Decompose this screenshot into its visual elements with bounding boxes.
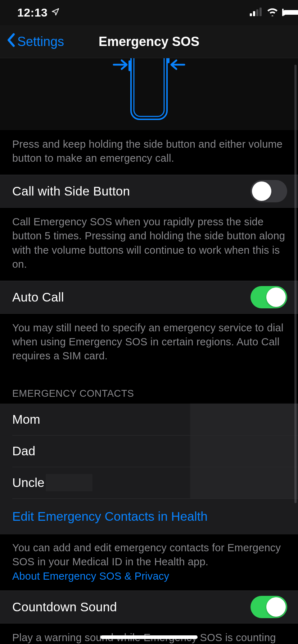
chevron-left-icon bbox=[6, 33, 16, 50]
wifi-icon bbox=[266, 8, 279, 18]
edit-contacts-label: Edit Emergency Contacts in Health bbox=[12, 509, 208, 524]
status-bar: 12:13 bbox=[0, 0, 298, 25]
svg-rect-6 bbox=[167, 58, 170, 63]
status-time: 12:13 bbox=[17, 6, 48, 19]
sos-illustration bbox=[0, 58, 298, 130]
redacted-phone bbox=[190, 467, 298, 498]
svg-rect-0 bbox=[250, 13, 252, 16]
auto-call-label: Auto Call bbox=[12, 290, 64, 304]
countdown-sound-cell: Countdown Sound bbox=[0, 590, 298, 624]
svg-rect-2 bbox=[256, 9, 258, 16]
call-with-side-button-footer: Call Emergency SOS when you rapidly pres… bbox=[0, 208, 298, 281]
contact-row[interactable]: Dad bbox=[0, 435, 298, 467]
intro-footer: Press and keep holding the side button a… bbox=[0, 130, 298, 175]
page-title: Emergency SOS bbox=[99, 34, 199, 49]
call-with-side-button-toggle[interactable] bbox=[250, 180, 287, 202]
countdown-sound-toggle[interactable] bbox=[250, 596, 287, 618]
svg-rect-1 bbox=[253, 11, 255, 16]
contact-name: Uncle bbox=[12, 475, 44, 490]
emergency-contacts-group: Mom Dad Uncle Edit Emergency Contacts in… bbox=[0, 404, 298, 534]
auto-call-toggle[interactable] bbox=[250, 286, 287, 308]
countdown-sound-label: Countdown Sound bbox=[12, 600, 117, 614]
redacted-phone bbox=[190, 404, 298, 435]
home-indicator[interactable] bbox=[100, 635, 198, 639]
edit-contacts-link[interactable]: Edit Emergency Contacts in Health bbox=[0, 498, 298, 534]
contact-row[interactable]: Mom bbox=[0, 404, 298, 435]
back-label: Settings bbox=[17, 34, 64, 49]
battery-icon bbox=[282, 9, 284, 16]
scroll-indicator[interactable] bbox=[294, 65, 297, 503]
call-with-side-button-cell: Call with Side Button bbox=[0, 175, 298, 208]
svg-rect-8 bbox=[128, 60, 131, 71]
auto-call-cell: Auto Call bbox=[0, 281, 298, 314]
contact-name: Dad bbox=[12, 444, 35, 458]
contact-name: Mom bbox=[12, 412, 40, 427]
emergency-contacts-header: EMERGENCY CONTACTS bbox=[0, 372, 298, 404]
contacts-footer: You can add and edit emergency contacts … bbox=[0, 534, 298, 590]
countdown-sound-footer: Play a warning sound while Emergency SOS… bbox=[0, 624, 298, 644]
contact-row[interactable]: Uncle bbox=[0, 467, 298, 498]
svg-rect-4 bbox=[131, 58, 167, 119]
call-with-side-button-label: Call with Side Button bbox=[12, 184, 130, 198]
location-icon bbox=[51, 8, 60, 18]
contacts-footer-text: You can add and edit emergency contacts … bbox=[12, 542, 281, 567]
auto-call-footer: You may still need to specify an emergen… bbox=[0, 314, 298, 372]
cellular-icon bbox=[250, 8, 263, 18]
back-button[interactable]: Settings bbox=[6, 33, 64, 50]
svg-rect-5 bbox=[134, 58, 164, 116]
redacted-text bbox=[46, 474, 92, 491]
nav-bar: Settings Emergency SOS bbox=[0, 25, 298, 58]
redacted-phone bbox=[190, 435, 298, 467]
about-sos-privacy-link[interactable]: About Emergency SOS & Privacy bbox=[12, 570, 169, 582]
svg-rect-3 bbox=[259, 8, 262, 16]
content-scroll[interactable]: Press and keep holding the side button a… bbox=[0, 58, 298, 644]
